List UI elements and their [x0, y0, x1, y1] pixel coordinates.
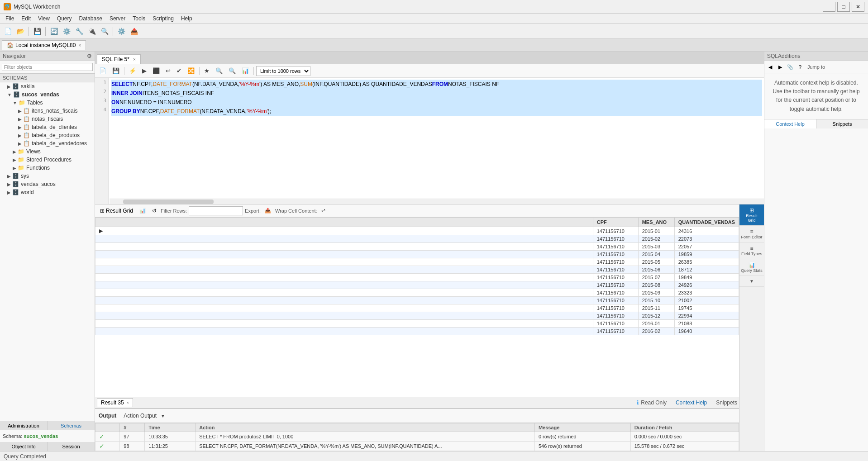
tree-item-stored-procedures[interactable]: ▶ 📁 Stored Procedures [0, 156, 95, 164]
tree-item-clientes[interactable]: ▶ 📋 tabela_de_clientes [0, 123, 95, 131]
table-row[interactable]: 14711567102015-0923323 [95, 289, 739, 297]
context-help-tab[interactable]: Context Help [764, 119, 816, 128]
nav-forward-btn[interactable]: ▶ [776, 62, 785, 71]
result-grid-side-btn[interactable]: ⊞ ResultGrid [739, 204, 764, 226]
nav-bookmark-btn[interactable]: 📎 [786, 62, 795, 71]
nav-back-btn[interactable]: ◀ [766, 62, 775, 71]
execute-selection-button[interactable]: ▶ [140, 66, 149, 76]
tree-item-world[interactable]: ▶ 🗄️ world [0, 188, 95, 196]
export-button[interactable]: 📤 [262, 206, 273, 215]
table-row[interactable]: 14711567102016-0219640 [95, 328, 739, 335]
open-button[interactable]: 📂 [14, 25, 26, 37]
tree-item-vendedores[interactable]: ▶ 📋 tabela_de_vendedores [0, 139, 95, 147]
menu-scripting[interactable]: Scripting [149, 14, 177, 23]
nav-help-btn[interactable]: ? [796, 62, 805, 71]
limit-select[interactable]: Limit to 1000 rows Don't Limit Limit to … [256, 66, 310, 76]
table-row[interactable]: 14711567102015-0419859 [95, 251, 739, 258]
menu-database[interactable]: Database [76, 14, 106, 23]
search-button[interactable]: 🔍 [99, 25, 110, 37]
tree-item-tables[interactable]: ▼ 📁 Tables [0, 99, 95, 107]
administration-tab[interactable]: Administration [0, 421, 48, 430]
sql-tab-0[interactable]: SQL File 5* × [97, 54, 141, 64]
table-row[interactable]: 14711567102015-0719849 [95, 274, 739, 281]
wrap-button[interactable]: ⇌ [319, 206, 328, 215]
context-help-link[interactable]: Context Help [676, 399, 707, 406]
schemas-tab[interactable]: Schemas [48, 421, 95, 430]
execute-button[interactable]: ⚡ [127, 66, 138, 76]
commit-button[interactable]: ✔ [174, 66, 184, 76]
action-output-dropdown[interactable]: ▼ [158, 411, 167, 421]
snippets-link[interactable]: Snippets [716, 399, 737, 406]
tree-item-sucos-vendas[interactable]: ▼ 🗄️ sucos_vendas [0, 90, 95, 99]
table-row[interactable]: 14711567102016-0121088 [95, 320, 739, 328]
search-input[interactable] [2, 63, 93, 71]
query-stats-side-btn[interactable]: 📊 Query Stats [739, 259, 764, 276]
refresh-button[interactable]: 🔄 [48, 25, 60, 37]
close-button[interactable]: ✕ [852, 2, 864, 12]
save-button[interactable]: 💾 [31, 25, 43, 37]
result-chart-btn[interactable]: 📊 [137, 206, 148, 215]
table-row[interactable]: 14711567102015-1021002 [95, 297, 739, 304]
connection-tab-close[interactable]: × [78, 43, 81, 48]
tree-item-functions[interactable]: ▶ 📁 Functions [0, 164, 95, 172]
result-tab-close[interactable]: × [127, 400, 129, 405]
save-file-button[interactable]: 💾 [110, 66, 122, 76]
output-row[interactable]: ✓9811:31:25SELECT NF.CPF, DATE_FORMAT(NF… [95, 442, 739, 451]
settings-button[interactable]: ⚙️ [115, 25, 127, 37]
menu-file[interactable]: File [2, 14, 18, 23]
menu-view[interactable]: View [34, 14, 53, 23]
maximize-button[interactable]: □ [837, 2, 850, 12]
filter-rows-input[interactable] [189, 206, 243, 215]
menu-server[interactable]: Server [106, 14, 129, 23]
export-button[interactable]: 📤 [128, 25, 140, 37]
menu-help[interactable]: Help [177, 14, 196, 23]
result-grid-btn[interactable]: ⊞ Result Grid [98, 206, 135, 215]
menu-tools[interactable]: Tools [129, 14, 149, 23]
tree-item-views[interactable]: ▶ 📁 Views [0, 147, 95, 156]
table-row[interactable]: ▶14711567102015-0124316 [95, 227, 739, 235]
beautify-button[interactable]: ★ [202, 66, 212, 76]
forward-button[interactable]: 🔧 [73, 25, 85, 37]
table-row[interactable]: 14711567102015-1119745 [95, 304, 739, 312]
minimize-button[interactable]: — [823, 2, 835, 12]
table-row[interactable]: 14711567102015-0222073 [95, 235, 739, 243]
scroll-down-btn[interactable]: ▼ [739, 276, 764, 287]
table-row[interactable]: 14711567102015-0322057 [95, 243, 739, 251]
output-row[interactable]: ✓9710:33:35SELECT * FROM produtos2 LIMIT… [95, 432, 739, 442]
table-row[interactable]: 14711567102015-0618712 [95, 266, 739, 274]
tree-item-sys[interactable]: ▶ 🗄️ sys [0, 172, 95, 180]
table-row[interactable]: 14711567102015-0824926 [95, 281, 739, 289]
menu-query[interactable]: Query [53, 14, 76, 23]
object-info-tab[interactable]: Object Info [0, 442, 48, 451]
result-35-tab[interactable]: Result 35 × [97, 398, 133, 407]
stop-button[interactable]: ⬛ [150, 66, 162, 76]
tree-item-notas[interactable]: ▶ 📋 notas_fiscais [0, 115, 95, 123]
tree-item-produtos[interactable]: ▶ 📋 tabela_de_produtos [0, 131, 95, 139]
field-types-side-btn[interactable]: ≡ Field Types [739, 242, 764, 259]
scroll-thumb[interactable] [123, 200, 214, 204]
tree-item-sakila[interactable]: ▶ 🗄️ sakila [0, 82, 95, 90]
new-query-button[interactable]: 📄 [2, 25, 14, 37]
rollback-button[interactable]: ↩ [163, 66, 173, 76]
find-replace-button[interactable]: 🔍 [226, 66, 238, 76]
toggle-button[interactable]: 🔀 [185, 66, 197, 76]
editor-content[interactable]: SELECT NF.CPF, DATE_FORMAT (NF.DATA_VEND… [110, 78, 764, 204]
table-row[interactable]: 14711567102015-0526385 [95, 258, 739, 266]
sql-tab-close[interactable]: × [133, 57, 136, 62]
tree-item-itens[interactable]: ▶ 📋 itens_notas_fiscais [0, 107, 95, 115]
tree-item-vendas-sucos[interactable]: ▶ 🗄️ vendas_sucos [0, 180, 95, 188]
find-button[interactable]: 🔍 [213, 66, 225, 76]
connect-button[interactable]: 🔌 [86, 25, 98, 37]
snippets-tab[interactable]: Snippets [816, 119, 868, 128]
table-row[interactable]: 14711567102015-1222994 [95, 312, 739, 320]
session-tab[interactable]: Session [48, 442, 95, 451]
navigator-toggle-icon[interactable]: ⚙ [87, 53, 92, 59]
back-button[interactable]: ⚙️ [61, 25, 72, 37]
data-grid[interactable]: CPF MES_ANO QUANTIDADE_VENDAS ▶147115671… [95, 217, 739, 397]
connection-tab[interactable]: 🏠 Local instance MySQL80 × [2, 40, 86, 50]
results-button[interactable]: 📊 [239, 66, 251, 76]
filter-rows-btn[interactable]: ↺ [150, 206, 159, 215]
new-file-button[interactable]: 📄 [97, 66, 109, 76]
editor-scrollbar-h[interactable] [110, 199, 764, 204]
form-editor-side-btn[interactable]: ≡ Form Editor [739, 226, 764, 242]
